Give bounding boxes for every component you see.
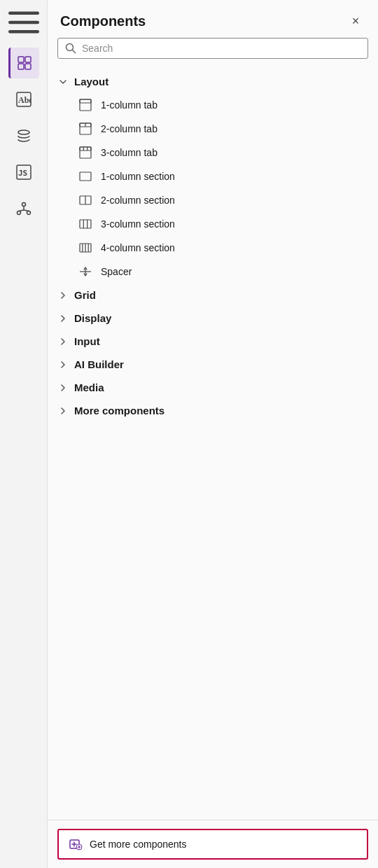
category-display[interactable]: Display (48, 307, 378, 330)
item-label-4col-section: 4-column section (101, 242, 175, 253)
list-item[interactable]: 2-column tab (48, 117, 378, 141)
hamburger-icon[interactable] (8, 7, 39, 38)
list-item[interactable]: 3-column section (48, 212, 378, 236)
item-label-3col-section: 3-column section (101, 218, 175, 230)
search-input[interactable] (82, 43, 360, 54)
svg-rect-20 (80, 99, 91, 111)
four-col-section-icon (78, 241, 92, 255)
list-item[interactable]: Spacer (48, 260, 378, 284)
svg-rect-4 (25, 57, 31, 62)
svg-rect-29 (80, 172, 91, 181)
js-sidebar-icon[interactable]: JS (8, 157, 39, 188)
layers-sidebar-icon[interactable] (8, 120, 39, 151)
svg-rect-25 (80, 147, 91, 158)
svg-text:Abc: Abc (18, 95, 31, 105)
category-layout[interactable]: Layout (48, 70, 378, 93)
item-label-2col-tab: 2-column tab (101, 123, 158, 134)
svg-rect-26 (80, 147, 91, 150)
svg-line-16 (19, 210, 24, 211)
svg-line-17 (24, 210, 29, 211)
category-ai-builder[interactable]: AI Builder (48, 353, 378, 376)
svg-line-19 (73, 50, 76, 53)
chevron-right-icon (57, 290, 69, 301)
components-panel: Components × Layout (48, 0, 378, 868)
item-label-spacer: Spacer (101, 266, 132, 277)
datasource-sidebar-icon[interactable] (8, 193, 39, 224)
close-button[interactable]: × (346, 11, 365, 31)
bottom-bar: Get more components (48, 820, 378, 868)
svg-point-13 (17, 211, 20, 215)
three-col-section-icon (78, 217, 92, 231)
svg-text:JS: JS (18, 169, 27, 178)
one-col-tab-icon (78, 98, 92, 112)
svg-point-12 (22, 203, 25, 206)
item-label-1col-section: 1-column section (101, 171, 175, 182)
item-label-1col-tab: 1-column tab (101, 99, 158, 111)
category-grid-label: Grid (74, 289, 96, 301)
two-col-section-icon (78, 193, 92, 207)
category-display-label: Display (74, 312, 111, 324)
get-more-label: Get more components (90, 839, 187, 850)
chevron-right-icon (57, 405, 69, 416)
svg-point-9 (18, 130, 29, 134)
svg-rect-6 (25, 64, 31, 69)
category-grid[interactable]: Grid (48, 284, 378, 307)
panel-title: Components (60, 13, 146, 29)
three-col-tab-icon (78, 146, 92, 160)
category-ai-builder-label: AI Builder (74, 358, 124, 370)
two-col-tab-icon (78, 122, 92, 136)
category-media[interactable]: Media (48, 376, 378, 399)
chevron-right-icon (57, 359, 69, 370)
list-item[interactable]: 1-column tab (48, 93, 378, 117)
category-input[interactable]: Input (48, 330, 378, 353)
one-col-section-icon (78, 169, 92, 183)
svg-rect-0 (8, 12, 39, 15)
svg-point-14 (27, 211, 30, 215)
list-item[interactable]: 4-column section (48, 236, 378, 260)
svg-rect-5 (18, 64, 24, 69)
item-label-3col-tab: 3-column tab (101, 147, 158, 158)
chevron-right-icon (57, 382, 69, 393)
svg-rect-3 (18, 57, 24, 62)
svg-rect-1 (8, 21, 39, 24)
svg-rect-21 (80, 99, 91, 103)
list-item[interactable]: 1-column section (48, 164, 378, 188)
category-media-label: Media (74, 382, 104, 393)
get-more-icon (69, 837, 83, 851)
item-label-2col-section: 2-column section (101, 195, 175, 206)
spacer-icon (78, 265, 92, 279)
chevron-right-icon (57, 336, 69, 347)
list-item[interactable]: 2-column section (48, 188, 378, 212)
search-icon (65, 43, 76, 54)
list-item[interactable]: 3-column tab (48, 141, 378, 164)
category-more-components[interactable]: More components (48, 399, 378, 422)
text-sidebar-icon[interactable]: Abc (8, 84, 39, 115)
component-tree: Layout 1-column tab 2-column tab (48, 67, 378, 820)
components-sidebar-icon[interactable] (8, 48, 39, 78)
search-box (57, 38, 368, 59)
chevron-right-icon (57, 313, 69, 324)
svg-rect-2 (8, 30, 39, 33)
category-input-label: Input (74, 335, 100, 347)
svg-rect-32 (80, 220, 91, 228)
left-sidebar: Abc JS (0, 0, 48, 868)
panel-header: Components × (48, 0, 378, 38)
category-more-components-label: More components (74, 405, 164, 416)
category-layout-label: Layout (74, 76, 108, 88)
chevron-down-icon (57, 76, 69, 88)
get-more-components-button[interactable]: Get more components (57, 829, 368, 860)
